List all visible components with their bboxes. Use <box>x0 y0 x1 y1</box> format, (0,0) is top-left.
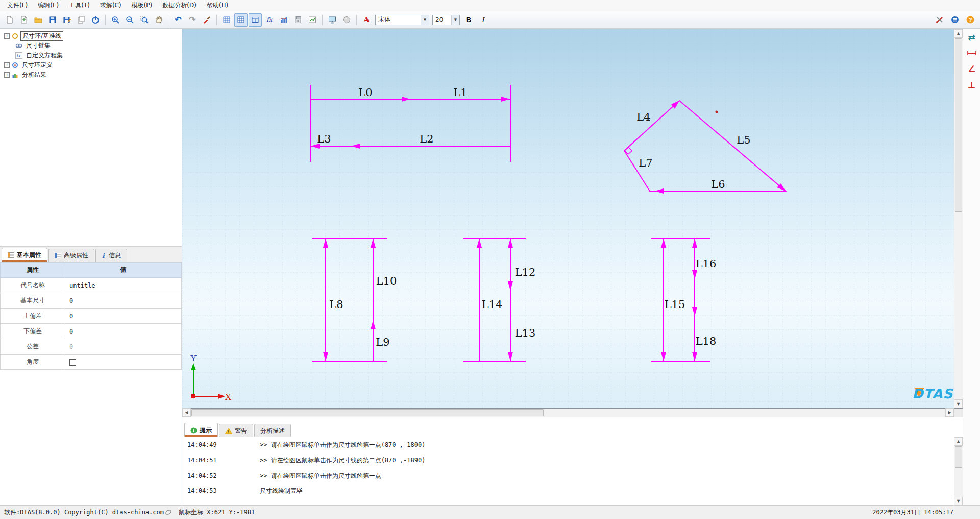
formula-button[interactable]: fx <box>263 13 276 27</box>
dim-label-l10: L10 <box>376 275 397 287</box>
log-time: 14:04:51 <box>182 457 260 464</box>
vertical-scroll-thumb[interactable] <box>955 446 962 468</box>
tree-item-dimension-ring[interactable]: + 尺寸环/基准线 <box>0 31 182 41</box>
tree-item-dimension-chain[interactable]: 尺寸链集 <box>0 41 182 51</box>
monitor-button[interactable] <box>326 13 339 27</box>
bold-button[interactable]: B <box>462 13 475 27</box>
settings-tools-button[interactable] <box>933 13 946 27</box>
expand-icon[interactable]: + <box>4 72 10 78</box>
prop-value-code-name[interactable]: untitle <box>65 278 182 293</box>
vertical-scroll-thumb[interactable] <box>955 38 962 212</box>
menu-tools[interactable]: 工具(T) <box>64 0 95 11</box>
menu-help[interactable]: 帮助(H) <box>202 0 233 11</box>
perpendicular-tool[interactable]: ⊥ <box>966 79 978 90</box>
grid-snap-button[interactable] <box>234 13 248 27</box>
log-vertical-scrollbar[interactable]: ▲ ▼ <box>954 437 963 505</box>
expand-icon[interactable]: + <box>4 62 10 68</box>
parallel-dimension-tool[interactable]: ⇄ <box>966 32 978 43</box>
help-button[interactable]: ? <box>964 13 977 27</box>
dim-label-l3: L3 <box>317 133 331 145</box>
tree-item-custom-equations[interactable]: fx 自定义方程集 <box>0 51 182 60</box>
scroll-down-button[interactable]: ▼ <box>954 497 963 505</box>
tab-basic-properties[interactable]: 基本属性 <box>2 248 47 262</box>
prop-value-lower-deviation[interactable]: 0 <box>65 324 182 339</box>
scroll-right-button[interactable]: ▶ <box>945 408 954 417</box>
drawing-window-button[interactable] <box>249 13 262 27</box>
font-size-select[interactable]: 20 ▼ <box>432 15 460 25</box>
italic-button[interactable]: I <box>476 13 489 27</box>
chevron-down-icon[interactable]: ▼ <box>421 15 429 25</box>
dim-label-l13: L13 <box>515 327 536 339</box>
book-icon <box>950 15 960 25</box>
open-folder-icon <box>34 15 43 25</box>
menu-solve[interactable]: 求解(C) <box>95 0 127 11</box>
dim-label-l16: L16 <box>696 257 717 270</box>
new-button[interactable] <box>3 13 16 27</box>
pan-button[interactable] <box>152 13 165 27</box>
tree-item-analysis-results[interactable]: + 分析结果 <box>0 70 182 80</box>
canvas-svg: L0 L1 L2 L3 L4 L5 L6 L7 L8 L9 L10 L12 <box>182 29 954 408</box>
prop-name: 上偏差 <box>1 309 65 324</box>
horizontal-scroll-thumb[interactable] <box>191 409 544 416</box>
scroll-up-button[interactable]: ▲ <box>954 29 963 38</box>
sphere-button[interactable] <box>340 13 353 27</box>
font-family-select[interactable]: 宋体 ▼ <box>375 15 429 25</box>
drawing-canvas[interactable]: L0 L1 L2 L3 L4 L5 L6 L7 L8 L9 L10 L12 <box>182 29 954 408</box>
report-chart-button[interactable] <box>306 13 319 27</box>
undo-button[interactable]: ↶ <box>172 13 185 27</box>
log-time: 14:04:53 <box>182 487 260 494</box>
scroll-down-button[interactable]: ▼ <box>954 399 963 408</box>
software-version-text: 软件:DTAS(8.0.0) Copyright(C) dtas-china.c… <box>0 508 164 517</box>
save-button[interactable] <box>46 13 59 27</box>
expand-icon[interactable]: + <box>4 33 10 39</box>
open-button[interactable] <box>32 13 45 27</box>
manual-button[interactable] <box>948 13 962 27</box>
new-from-template-button[interactable] <box>17 13 31 27</box>
stray-point-marker <box>716 111 718 113</box>
tab-advanced-properties[interactable]: 高级属性 <box>48 249 94 262</box>
calculator-button[interactable] <box>291 13 305 27</box>
tab-tips[interactable]: 提示 <box>184 423 218 437</box>
dim-label-l18: L18 <box>696 335 717 347</box>
tab-analysis-description[interactable]: 分析描述 <box>254 424 291 437</box>
logo-text: DTAS <box>912 386 953 402</box>
tab-info[interactable]: i 信息 <box>95 249 127 262</box>
scroll-left-button[interactable]: ◀ <box>182 408 191 417</box>
dim-label-l9: L9 <box>376 336 389 348</box>
prop-value-basic-size[interactable]: 0 <box>65 293 182 309</box>
zoom-in-button[interactable] <box>109 13 122 27</box>
tree-item-dimension-ring-definition[interactable]: + 尺寸环定义 <box>0 60 182 70</box>
log-time: 14:04:52 <box>182 472 260 479</box>
zoom-window-button[interactable] <box>137 13 151 27</box>
definition-icon <box>12 62 18 68</box>
tab-warnings[interactable]: 警告 <box>219 424 253 437</box>
power-button[interactable] <box>89 13 102 27</box>
zoom-out-button[interactable] <box>123 13 136 27</box>
prop-name: 基本尺寸 <box>1 293 65 309</box>
save-all-button[interactable] <box>75 13 88 27</box>
canvas-horizontal-scrollbar[interactable]: ◀ ▶ <box>182 409 954 417</box>
format-brush-button[interactable] <box>200 13 213 27</box>
table-row: 公差 0 <box>1 339 182 355</box>
chevron-down-icon[interactable]: ▼ <box>451 15 459 25</box>
redo-button[interactable]: ↷ <box>186 13 199 27</box>
menu-data-analysis[interactable]: 数据分析(D) <box>157 0 202 11</box>
histogram-button[interactable] <box>277 13 290 27</box>
sphere-icon <box>342 15 351 25</box>
prop-value-upper-deviation[interactable]: 0 <box>65 309 182 324</box>
monitor-icon <box>328 15 337 25</box>
toolbar-separator <box>216 15 217 25</box>
tab-label: 基本属性 <box>17 251 41 260</box>
grid-button[interactable] <box>220 13 233 27</box>
horizontal-line-tool[interactable] <box>966 48 978 59</box>
font-color-button[interactable]: A <box>360 13 373 27</box>
scroll-up-button[interactable]: ▲ <box>954 437 963 446</box>
canvas-vertical-scrollbar[interactable]: ▲ ▼ <box>954 29 963 408</box>
save-as-button[interactable] <box>60 13 74 27</box>
menu-file[interactable]: 文件(F) <box>2 0 33 11</box>
redo-icon: ↷ <box>189 16 195 24</box>
menu-template[interactable]: 模板(P) <box>127 0 158 11</box>
angle-tool[interactable]: ∠ <box>966 63 978 75</box>
menu-edit[interactable]: 编辑(E) <box>33 0 64 11</box>
angle-checkbox[interactable] <box>69 359 76 366</box>
